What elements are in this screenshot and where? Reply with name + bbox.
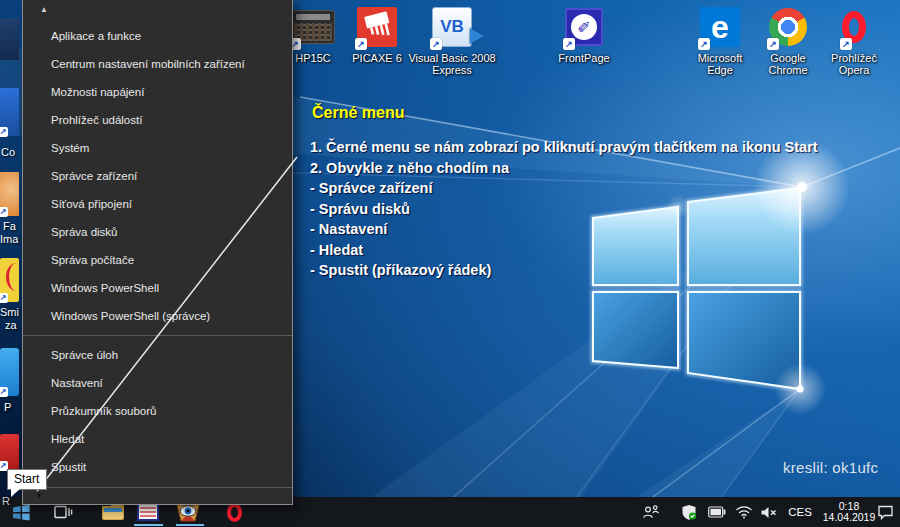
action-center-icon [877, 504, 894, 520]
desktop-icon-visual-basic[interactable]: VB ↗ Visual Basic 2008 Express [407, 4, 497, 76]
desktop-icon-partial-2[interactable]: ↗ [0, 88, 19, 136]
menu-item-sprava-disku[interactable]: Správa disků [23, 218, 292, 246]
defender-button[interactable] [676, 497, 702, 527]
desktop-icon-label: Prohlížeč Opera [822, 52, 886, 76]
desktop-icon-partial-4[interactable]: ↗ [0, 258, 19, 302]
menu-item-pruzkumnik-souboru[interactable]: Průzkumník souborů [23, 397, 292, 425]
desktop-icon-microsoft-edge[interactable]: e ↗ Microsoft Edge [688, 4, 752, 76]
annotation-line: - Hledat [310, 240, 818, 261]
shortcut-arrow-icon: ↗ [0, 387, 8, 397]
annotation-line: 2. Obvykle z něho chodím na [310, 158, 818, 179]
striped-window-icon [137, 503, 159, 521]
clock[interactable]: 0:18 14.04.2019 [818, 497, 880, 527]
opera-browser-icon: ↗ [842, 4, 866, 50]
running-indicator [134, 524, 163, 526]
desktop-icon-google-chrome[interactable]: ↗ Google Chrome [756, 4, 820, 76]
language-indicator[interactable]: CES [784, 497, 816, 527]
annotation-line: - Spustit (příkazový řádek) [310, 260, 818, 281]
task-view-icon [53, 503, 73, 521]
picaxe-chip-icon: ↗ [357, 4, 397, 50]
edge-browser-icon: e ↗ [700, 4, 740, 50]
desktop-icon-label: Microsoft Edge [688, 52, 752, 76]
desktop-icon-frontpage[interactable]: ✐ ↗ FrontPage [546, 4, 622, 64]
menu-item-windows-powershell-spravce[interactable]: Windows PowerShell (správce) [23, 302, 292, 330]
desktop-icon-partial-1[interactable] [0, 18, 19, 60]
desktop-icon-label: HP15C [295, 52, 330, 64]
winx-context-menu: ▲ Aplikace a funkce Centrum nastavení mo… [22, 0, 293, 505]
menu-item-prohlizec-udalosti[interactable]: Prohlížeč událostí [23, 106, 292, 134]
annotation-line: - Nastavení [310, 219, 818, 240]
desktop-icon-label: Google Chrome [756, 52, 820, 76]
annotation-text-block: Černé menu 1. Černé menu se nám zobrazí … [310, 102, 818, 281]
shortcut-arrow-icon: ↗ [0, 127, 8, 137]
annotation-line: - Správu disků [310, 199, 818, 220]
people-button[interactable] [638, 497, 664, 527]
shortcut-arrow-icon: ↗ [767, 38, 779, 50]
desktop-icon-label: FrontPage [558, 52, 609, 64]
battery-icon [708, 506, 726, 518]
menu-item-spravce-zarizeni[interactable]: Správce zařízení [23, 162, 292, 190]
wifi-icon [735, 505, 753, 519]
battery-button[interactable] [704, 497, 730, 527]
partial-icon-label: Co [1, 146, 15, 158]
menu-scroll-down-icon[interactable]: ▼ [35, 492, 43, 500]
partial-icon-label: za [5, 319, 17, 331]
annotation-line: - Správce zařízení [310, 178, 818, 199]
menu-scroll-up-icon[interactable]: ▲ [40, 6, 48, 14]
clock-date: 14.04.2019 [823, 512, 876, 523]
menu-item-sitova-pripojeni[interactable]: Síťová připojení [23, 190, 292, 218]
windows-desktop: ↗ HP15C ↗ PICAXE 6 VB [0, 0, 900, 527]
visual-basic-icon: VB ↗ [432, 4, 472, 50]
menu-item-centrum-nastaveni[interactable]: Centrum nastavení mobilních zařízení [23, 50, 292, 78]
start-tooltip: Start [7, 469, 47, 490]
desktop-icon-picaxe[interactable]: ↗ PICAXE 6 [345, 4, 409, 64]
shortcut-arrow-icon: ↗ [0, 293, 8, 303]
windows-logo-icon [12, 503, 31, 522]
menu-item-aplikace-a-funkce[interactable]: Aplikace a funkce [23, 22, 292, 50]
menu-item-spustit[interactable]: Spustit [23, 453, 292, 481]
desktop-icon-partial-5[interactable]: ↗ [0, 348, 19, 396]
hp15c-calculator-icon: ↗ [291, 4, 335, 50]
annotation-title: Černé menu [312, 102, 818, 124]
volume-muted-icon [760, 505, 778, 520]
desktop-icon-opera[interactable]: ↗ Prohlížeč Opera [822, 4, 886, 76]
people-icon [642, 504, 660, 521]
partial-icon-label: P [4, 401, 11, 413]
frontpage-compass-icon: ✐ ↗ [565, 4, 603, 50]
menu-item-system[interactable]: Systém [23, 134, 292, 162]
menu-item-hledat[interactable]: Hledat [23, 425, 292, 453]
menu-item-spravce-uloh[interactable]: Správce úloh [23, 341, 292, 369]
running-indicator [176, 524, 204, 526]
menu-item-windows-powershell[interactable]: Windows PowerShell [23, 274, 292, 302]
shortcut-arrow-icon: ↗ [0, 207, 8, 217]
shortcut-arrow-icon: ↗ [355, 38, 367, 50]
file-explorer-icon [102, 504, 124, 520]
menu-item-sprava-pocitace[interactable]: Správa počítače [23, 246, 292, 274]
partial-icon-label: R [2, 495, 10, 507]
menu-item-nastaveni[interactable]: Nastavení [23, 369, 292, 397]
desktop-icon-partial-3[interactable]: ↗ [0, 172, 19, 216]
menu-separator [23, 335, 292, 336]
menu-item-moznosti-napajeni[interactable]: Možnosti napájení [23, 78, 292, 106]
shortcut-arrow-icon: ↗ [430, 38, 442, 50]
desktop-icon-label: PICAXE 6 [352, 52, 402, 64]
shortcut-arrow-icon: ↗ [840, 38, 852, 50]
partial-icon-label: Fa [3, 220, 16, 232]
chrome-browser-icon: ↗ [769, 4, 807, 50]
annotation-line: 1. Černé menu se nám zobrazí po kliknutí… [310, 137, 818, 158]
partial-icon-label: Ima [0, 233, 18, 245]
vb-blue-arrow-icon [470, 28, 484, 44]
opera-icon [227, 503, 242, 522]
menu-separator [23, 487, 292, 488]
volume-button[interactable] [756, 497, 782, 527]
shortcut-arrow-icon: ↗ [698, 38, 710, 50]
action-center-button[interactable] [872, 497, 898, 527]
author-credit: kreslil: ok1ufc [783, 459, 878, 476]
wifi-button[interactable] [732, 497, 756, 527]
partial-icon-label: Smi [0, 306, 19, 318]
desktop-icon-label: Visual Basic 2008 Express [407, 52, 497, 76]
defender-shield-icon [681, 504, 698, 521]
desktop-icon-partial-6[interactable]: ↗ [0, 434, 19, 470]
shortcut-arrow-icon: ↗ [563, 38, 575, 50]
